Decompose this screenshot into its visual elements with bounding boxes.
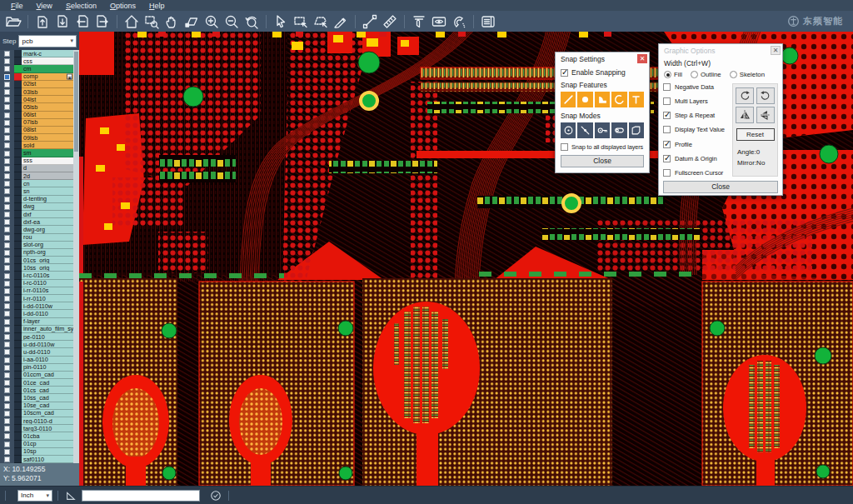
- layer-visibility-checkbox[interactable]: [4, 433, 10, 439]
- layer-row[interactable]: u-dd-0110: [0, 348, 79, 356]
- layer-visibility-checkbox[interactable]: [4, 135, 10, 141]
- checkbox-display-text-value[interactable]: Display Text Value: [663, 126, 729, 133]
- layer-visibility-checkbox[interactable]: [4, 188, 10, 194]
- layer-row[interactable]: 10sp: [0, 448, 79, 456]
- layer-row[interactable]: 01ccm_cad: [0, 372, 79, 379]
- layer-visibility-checkbox[interactable]: [4, 296, 10, 302]
- layer-visibility-checkbox[interactable]: [4, 242, 10, 248]
- layer-row[interactable]: 01cs_cad: [0, 387, 79, 394]
- layer-row[interactable]: pin-0110: [0, 364, 79, 372]
- layer-row[interactable]: slot-org: [0, 242, 79, 249]
- select-rect-button[interactable]: [291, 12, 311, 31]
- layer-row[interactable]: 10ss_orig: [0, 264, 79, 272]
- layer-row[interactable]: 07lsb: [0, 119, 79, 127]
- layer-visibility-checkbox[interactable]: [4, 372, 10, 378]
- layer-visibility-checkbox[interactable]: [4, 449, 10, 455]
- layer-visibility-checkbox[interactable]: [4, 265, 10, 271]
- step-select[interactable]: pcb ▾: [18, 35, 77, 47]
- layer-visibility-checkbox[interactable]: [4, 227, 10, 232]
- layer-row[interactable]: pe-0110: [0, 333, 79, 341]
- snap-close-button[interactable]: Close: [561, 155, 644, 167]
- layer-visibility-checkbox[interactable]: [4, 104, 10, 110]
- layer-visibility-checkbox[interactable]: [4, 257, 10, 263]
- snap-all-layers-row[interactable]: Snap to all displayed layers: [561, 143, 644, 151]
- snap-feature-pad-button[interactable]: [577, 92, 592, 107]
- layer-row[interactable]: inner_auto_film_symb: [0, 326, 79, 333]
- layer-visibility-checkbox[interactable]: [4, 288, 10, 294]
- layer-list-scrollbar[interactable]: [73, 50, 79, 463]
- layer-visibility-checkbox[interactable]: [4, 403, 10, 409]
- layer-visibility-checkbox[interactable]: [4, 74, 10, 80]
- snap-feature-text-button[interactable]: [629, 92, 644, 107]
- layer-row[interactable]: i-rc-0110s: [0, 272, 79, 279]
- menu-help[interactable]: Help: [143, 2, 171, 10]
- layer-visibility-checkbox[interactable]: [4, 97, 10, 102]
- layer-row[interactable]: 01ce_cad: [0, 379, 79, 387]
- graphic-close-button[interactable]: Close: [663, 181, 778, 193]
- select-polygon-button[interactable]: [311, 12, 331, 31]
- snap-all-layers-checkbox[interactable]: [561, 143, 568, 151]
- layer-row[interactable]: comp ▣: [0, 73, 79, 81]
- layer-visibility-checkbox[interactable]: [4, 51, 10, 57]
- file-export-button[interactable]: [92, 12, 112, 31]
- layer-row[interactable]: 08lst: [0, 127, 79, 134]
- highlight-brush-button[interactable]: [331, 12, 351, 31]
- snap-feature-line-button[interactable]: [561, 92, 576, 107]
- layer-visibility-checkbox[interactable]: [4, 142, 10, 148]
- menu-options[interactable]: Options: [104, 2, 142, 10]
- checkbox-multi-layers[interactable]: Multi Layers: [663, 97, 729, 105]
- layer-row[interactable]: 10ss_cad: [0, 394, 79, 402]
- layer-visibility-checkbox[interactable]: [4, 396, 10, 402]
- layer-visibility-checkbox[interactable]: [4, 342, 10, 347]
- layer-row[interactable]: dwg: [0, 203, 79, 211]
- layer-visibility-checkbox[interactable]: [4, 166, 10, 172]
- layer-visibility-checkbox[interactable]: [4, 281, 10, 287]
- layer-visibility-checkbox[interactable]: [4, 349, 10, 355]
- checkbox-profile[interactable]: Profile: [663, 141, 729, 148]
- graphic-dialog-header[interactable]: Graphic Options ✕: [659, 44, 782, 57]
- layer-row[interactable]: i-dd-0110w: [0, 302, 79, 310]
- layer-row[interactable]: i-aa-0110: [0, 357, 79, 364]
- layer-visibility-checkbox[interactable]: [4, 442, 10, 447]
- radio-skeleton[interactable]: Skeleton: [730, 71, 765, 78]
- layer-visibility-checkbox[interactable]: [4, 89, 10, 95]
- layer-visibility-checkbox[interactable]: [4, 387, 10, 393]
- layer-visibility-checkbox[interactable]: [4, 58, 10, 64]
- snap-dialog-header[interactable]: Snap Settings ✕: [556, 52, 649, 65]
- layer-row[interactable]: saf0110: [0, 456, 79, 463]
- layer-visibility-checkbox[interactable]: [4, 181, 10, 187]
- draw-mode-button[interactable]: [63, 489, 78, 502]
- layer-row[interactable]: d: [0, 165, 79, 172]
- layer-visibility-checkbox[interactable]: [4, 219, 10, 225]
- layer-row[interactable]: 01cba: [0, 432, 79, 440]
- view-options-button[interactable]: [429, 12, 449, 31]
- layer-visibility-checkbox[interactable]: [4, 173, 10, 179]
- layer-row[interactable]: sm: [0, 149, 79, 157]
- layer-row[interactable]: cm: [0, 65, 79, 72]
- measure-ruler-button[interactable]: [380, 12, 400, 31]
- menu-view[interactable]: View: [31, 2, 58, 10]
- zoom-window-button[interactable]: [142, 12, 162, 31]
- apply-button[interactable]: [208, 489, 223, 502]
- layer-visibility-checkbox[interactable]: [4, 380, 10, 386]
- layer-visibility-checkbox[interactable]: [4, 66, 10, 72]
- filter-button[interactable]: [409, 12, 429, 31]
- pan-button[interactable]: [162, 12, 182, 31]
- layer-row[interactable]: u-dd-0110w: [0, 341, 79, 348]
- zoom-in-button[interactable]: [202, 12, 222, 31]
- checkbox-datum-origin[interactable]: Datum & Origin: [663, 155, 729, 162]
- layer-visibility-checkbox[interactable]: [4, 120, 10, 126]
- menu-selection[interactable]: Selection: [60, 2, 102, 10]
- layer-row[interactable]: i-rr-0110: [0, 295, 79, 302]
- layer-row[interactable]: css: [0, 57, 79, 65]
- layer-visibility-checkbox[interactable]: [4, 250, 10, 256]
- rotate-cw-button[interactable]: [736, 87, 754, 104]
- layer-row[interactable]: 01cs_orig: [0, 257, 79, 264]
- layer-row[interactable]: 03lsb: [0, 88, 79, 96]
- layer-row[interactable]: cn: [0, 180, 79, 187]
- file-import-button[interactable]: [72, 12, 92, 31]
- checkbox-fullscreen-cursor[interactable]: Fullscreen Cursor: [663, 169, 729, 177]
- file-upload-button[interactable]: [32, 12, 52, 31]
- unit-select[interactable]: Inch ▾: [17, 490, 52, 502]
- layer-row[interactable]: sold: [0, 142, 79, 149]
